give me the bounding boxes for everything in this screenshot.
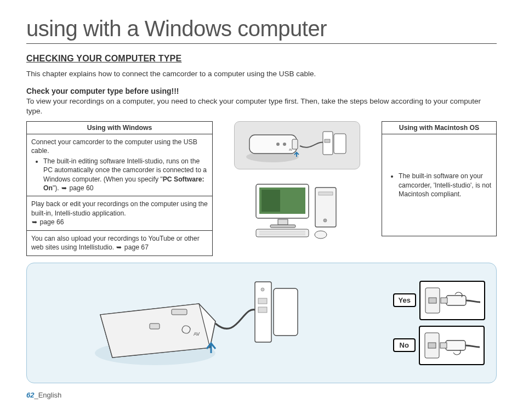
svg-rect-34 <box>441 298 447 303</box>
svg-rect-12 <box>278 219 288 225</box>
page-title: using with a Windows computer <box>26 16 497 44</box>
svg-point-30 <box>261 288 264 291</box>
svg-text:AV: AV <box>289 148 293 151</box>
svg-rect-6 <box>323 132 333 155</box>
page-ref-67: page 67 <box>124 243 149 252</box>
svg-rect-8 <box>325 139 330 143</box>
windows-row2-text: Play back or edit your recordings on the… <box>31 200 208 217</box>
illustration-column: AV <box>216 121 378 256</box>
svg-rect-27 <box>274 288 298 336</box>
svg-rect-29 <box>258 307 267 313</box>
section-header: CHECKING YOUR COMPUTER TYPE <box>26 54 497 64</box>
windows-row1-bullet: The built-in editing software Intelli-st… <box>43 157 208 193</box>
sub-header: Check your computer type before using!!! <box>26 87 497 95</box>
page-ref-60: page 60 <box>70 184 94 192</box>
content-columns: Using with Windows Connect your camcorde… <box>26 121 497 256</box>
windows-column: Using with Windows Connect your camcorde… <box>26 121 213 256</box>
windows-row-1: Connect your camcorder to the computer u… <box>27 134 213 196</box>
yes-no-column: Yes No <box>393 281 485 365</box>
yes-label: Yes <box>393 293 416 307</box>
camcorder-usb-illustration: AV <box>234 121 360 169</box>
svg-rect-13 <box>270 225 295 228</box>
page-footer: 62_English <box>26 391 497 399</box>
macintosh-table: Using with Macintosh OS The built-in sof… <box>382 121 497 236</box>
camcorder-usb-large-icon: AV <box>84 271 314 375</box>
footer-sep: _ <box>34 391 38 399</box>
no-plug-illustration <box>419 326 485 365</box>
svg-rect-7 <box>334 134 346 154</box>
usb-plug-incorrect-icon <box>422 328 482 362</box>
windows-row1-lead: Connect your camcorder to the computer u… <box>31 138 197 155</box>
yes-plug-illustration <box>419 281 485 320</box>
svg-rect-28 <box>258 298 267 304</box>
arrow-icon: ➥ <box>31 218 38 226</box>
windows-table: Using with Windows Connect your camcorde… <box>26 121 213 256</box>
page-number: 62 <box>26 391 34 399</box>
arrow-icon: ➥ <box>116 243 122 252</box>
svg-rect-11 <box>262 190 280 212</box>
svg-rect-23 <box>150 323 160 329</box>
svg-point-21 <box>315 231 327 239</box>
desktop-pc-illustration <box>234 174 360 245</box>
macintosh-column: Using with Macintosh OS The built-in sof… <box>382 121 497 256</box>
arrow-icon: ➥ <box>61 184 67 192</box>
camcorder-connection-icon: AV <box>240 125 355 166</box>
usb-orientation-panel: AV Yes <box>26 263 497 383</box>
svg-text:AV: AV <box>194 331 200 337</box>
usb-plug-correct-icon <box>422 283 482 317</box>
footer-language: English <box>38 391 62 399</box>
svg-rect-38 <box>440 343 447 348</box>
svg-point-3 <box>276 143 280 146</box>
no-row: No <box>393 326 485 365</box>
sub-paragraph: To view your recordings on a computer, y… <box>26 97 497 116</box>
svg-point-16 <box>323 219 327 222</box>
svg-point-4 <box>283 143 286 146</box>
usb-orientation-illustration: AV <box>38 271 360 375</box>
windows-row-3: You can also upload your recordings to Y… <box>27 230 213 256</box>
svg-rect-15 <box>319 192 333 195</box>
macintosh-header-cell: Using with Macintosh OS <box>382 121 497 134</box>
macintosh-bullet: The built-in software on your camcorder,… <box>399 172 492 198</box>
windows-row3-text: You can also upload your recordings to Y… <box>31 235 200 251</box>
windows-row1-text-b: "). <box>53 184 61 192</box>
no-label: No <box>393 338 416 352</box>
svg-rect-36 <box>428 343 436 348</box>
page-ref-66: page 66 <box>39 218 64 226</box>
windows-header-cell: Using with Windows <box>27 121 213 134</box>
windows-row-2: Play back or edit your recordings on the… <box>27 196 213 230</box>
yes-row: Yes <box>393 281 485 320</box>
desktop-computer-icon <box>240 177 355 242</box>
macintosh-row-1: The built-in software on your camcorder,… <box>382 134 497 236</box>
svg-rect-2 <box>292 139 298 149</box>
intro-paragraph: This chapter explains how to connect the… <box>26 69 497 79</box>
svg-rect-32 <box>429 298 436 303</box>
svg-rect-33 <box>446 296 466 305</box>
svg-rect-25 <box>172 309 187 315</box>
svg-rect-37 <box>446 340 465 350</box>
